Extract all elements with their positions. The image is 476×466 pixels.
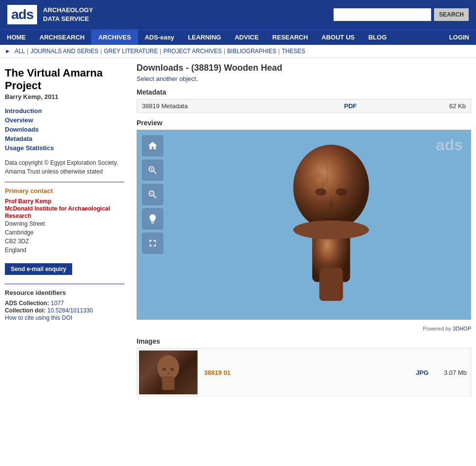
image-thumbnail-cell bbox=[137, 349, 200, 397]
sidebar: The Virtual Amarna Project Barry Kemp, 2… bbox=[5, 63, 132, 397]
powered-by-text: Powered by 3DHOP bbox=[137, 326, 471, 331]
svg-point-5 bbox=[336, 188, 347, 196]
metadata-filename: 38819 Metadata bbox=[137, 99, 315, 113]
3d-head-preview bbox=[263, 140, 399, 306]
thumbnail-inner bbox=[139, 350, 198, 394]
logo-box: ads bbox=[7, 5, 37, 24]
search-button[interactable]: SEARCH bbox=[434, 8, 469, 21]
search-input[interactable] bbox=[334, 8, 431, 21]
svg-point-9 bbox=[162, 368, 166, 370]
copyright-text: Data copyright © Egypt Exploration Socie… bbox=[5, 158, 124, 176]
ads-collection: ADS Collection: 1077 bbox=[5, 299, 124, 307]
svg-point-0 bbox=[293, 145, 369, 230]
preview-fullscreen-button[interactable] bbox=[142, 233, 163, 254]
sidebar-item-metadata[interactable]: Metadata bbox=[5, 134, 124, 143]
logo-text: ads bbox=[11, 8, 33, 21]
doi-link[interactable]: 10.5284/1011330 bbox=[47, 307, 93, 314]
preview-light-button[interactable] bbox=[142, 208, 163, 230]
breadcrumb-theses[interactable]: THESES bbox=[282, 48, 305, 55]
contact-city: Cambridge bbox=[5, 228, 124, 237]
svg-rect-8 bbox=[162, 376, 175, 390]
svg-rect-3 bbox=[319, 268, 343, 301]
search-area: SEARCH bbox=[334, 8, 469, 21]
breadcrumb-project-archives[interactable]: PROJECT ARCHIVES bbox=[163, 48, 222, 55]
sidebar-item-downloads[interactable]: Downloads bbox=[5, 125, 124, 134]
contact-country: England bbox=[5, 246, 124, 254]
breadcrumb-arrow-icon: ► bbox=[5, 48, 11, 55]
3dhop-link[interactable]: 3DHOP bbox=[453, 326, 471, 331]
metadata-filetype[interactable]: PDF bbox=[315, 99, 386, 113]
breadcrumb-bibliographies[interactable]: BIBLIOGRAPHIES bbox=[227, 48, 277, 55]
page-subtitle: Barry Kemp, 2011 bbox=[5, 93, 124, 100]
page-title: The Virtual Amarna Project bbox=[5, 63, 124, 92]
select-another-object-link[interactable]: Select another object. bbox=[137, 75, 198, 82]
metadata-filesize: 62 Kb bbox=[386, 99, 471, 113]
send-email-button[interactable]: Send e-mail enquiry bbox=[5, 263, 72, 275]
sidebar-item-usage-statistics[interactable]: Usage Statistics bbox=[5, 143, 124, 153]
nav-item-archsearch[interactable]: ARCHSEARCH bbox=[33, 30, 91, 45]
main-navigation: HOME ARCHSEARCH ARCHIVES ADS-easy LEARNI… bbox=[0, 29, 476, 45]
images-section-label: Images bbox=[137, 337, 471, 345]
preview-zoom-out-button[interactable] bbox=[142, 184, 163, 205]
contact-street: Downing Street bbox=[5, 219, 124, 228]
table-row: 38819 Metadata PDF 62 Kb bbox=[137, 99, 471, 113]
metadata-section-label: Metadata bbox=[137, 88, 471, 96]
image-filename-link[interactable]: 38819 01 bbox=[204, 369, 231, 376]
nav-item-advice[interactable]: ADVICE bbox=[228, 30, 265, 45]
image-filetype-cell: JPG bbox=[408, 349, 437, 397]
breadcrumb-grey-lit[interactable]: GREY LITERATURE bbox=[104, 48, 158, 55]
page-content: The Virtual Amarna Project Barry Kemp, 2… bbox=[0, 58, 476, 402]
preview-home-button[interactable] bbox=[142, 135, 163, 156]
table-row: 38819 01 JPG 3.07 Mb bbox=[137, 349, 471, 397]
how-to-cite-link[interactable]: How to cite using this DOI bbox=[5, 314, 72, 321]
resource-identifiers-title: Resource identifiers bbox=[5, 289, 124, 296]
svg-point-6 bbox=[305, 172, 329, 189]
sidebar-item-overview[interactable]: Overview bbox=[5, 116, 124, 125]
nav-item-home[interactable]: HOME bbox=[0, 30, 33, 45]
breadcrumb: ► ALL | JOURNALS AND SERIES | GREY LITER… bbox=[0, 45, 476, 58]
primary-contact-section: Primary contact Prof Barry Kemp McDonald… bbox=[5, 187, 124, 254]
primary-contact-title: Primary contact bbox=[5, 187, 124, 194]
image-filesize-cell: 3.07 Mb bbox=[437, 349, 471, 397]
nav-item-login[interactable]: LOGIN bbox=[442, 30, 476, 45]
nav-item-research[interactable]: RESEARCH bbox=[265, 30, 315, 45]
logo-area: ads ARCHAEOLOGY DATA SERVICE bbox=[7, 5, 93, 24]
svg-point-10 bbox=[170, 368, 174, 370]
nav-item-blog[interactable]: BLOG bbox=[361, 30, 394, 45]
contact-name-link[interactable]: Prof Barry Kemp bbox=[5, 198, 51, 205]
preview-container: ads bbox=[137, 130, 471, 320]
nav-item-archives[interactable]: ARCHIVES bbox=[91, 30, 138, 45]
sidebar-divider bbox=[5, 182, 124, 182]
main-content: Downloads - (38819) Wooden Head Select a… bbox=[132, 63, 471, 397]
image-filename-cell: 38819 01 bbox=[200, 349, 408, 397]
nav-item-ads-easy[interactable]: ADS-easy bbox=[138, 30, 181, 45]
svg-point-4 bbox=[315, 188, 326, 196]
breadcrumb-journals[interactable]: JOURNALS AND SERIES bbox=[30, 48, 98, 55]
preview-zoom-in-button[interactable] bbox=[142, 159, 163, 181]
images-table: 38819 01 JPG 3.07 Mb bbox=[137, 348, 471, 397]
site-header: ads ARCHAEOLOGY DATA SERVICE SEARCH bbox=[0, 0, 476, 29]
sidebar-item-introduction[interactable]: Introduction bbox=[5, 106, 124, 116]
metadata-table: 38819 Metadata PDF 62 Kb bbox=[137, 99, 471, 113]
collection-doi: Collection doi: 10.5284/1011330 bbox=[5, 307, 124, 314]
sidebar-navigation: Introduction Overview Downloads Metadata… bbox=[5, 106, 124, 153]
breadcrumb-all[interactable]: ALL bbox=[15, 48, 25, 55]
ads-watermark: ads bbox=[436, 136, 463, 154]
org-name: ARCHAEOLOGY DATA SERVICE bbox=[43, 6, 93, 23]
image-thumbnail bbox=[139, 350, 198, 394]
downloads-title: Downloads - (38819) Wooden Head bbox=[137, 63, 471, 73]
image-filetype-link[interactable]: JPG bbox=[416, 369, 428, 376]
contact-org-link[interactable]: McDonald Institute for Archaeological Re… bbox=[5, 205, 110, 219]
preview-controls bbox=[142, 135, 163, 254]
sidebar-divider-2 bbox=[5, 284, 124, 284]
contact-postcode: CB2 3DZ bbox=[5, 237, 124, 246]
svg-point-2 bbox=[293, 220, 369, 239]
nav-item-about-us[interactable]: ABOUT US bbox=[315, 30, 361, 45]
nav-item-learning[interactable]: LEARNING bbox=[181, 30, 228, 45]
preview-section-label: Preview bbox=[137, 119, 471, 127]
ads-collection-link[interactable]: 1077 bbox=[51, 300, 64, 307]
